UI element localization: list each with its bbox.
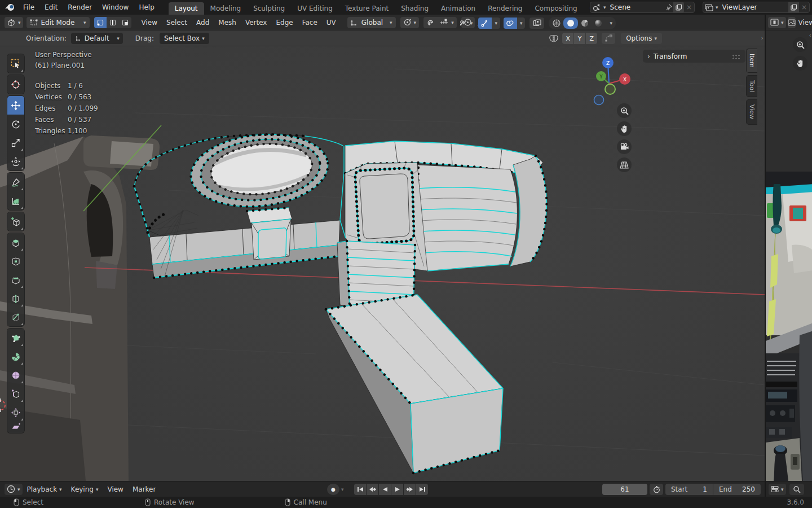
mirror-x-button[interactable]: X bbox=[562, 33, 573, 44]
tool-loop-cut[interactable] bbox=[7, 289, 24, 308]
blender-logo-icon[interactable] bbox=[5, 3, 16, 12]
gizmos-dropdown[interactable]: ▾ bbox=[492, 17, 500, 29]
panel-grip-icon[interactable] bbox=[732, 54, 741, 59]
edit-mesh-dashboard[interactable] bbox=[134, 128, 546, 473]
image-editor-menu-view[interactable]: View bbox=[796, 15, 812, 30]
workspace-tab-compositing[interactable]: Compositing bbox=[528, 2, 583, 15]
play-button[interactable] bbox=[391, 484, 403, 495]
image-datablock-button[interactable] bbox=[788, 17, 796, 28]
editor-type-properties-button[interactable]: ▾ bbox=[769, 484, 786, 495]
search-button[interactable] bbox=[789, 484, 804, 495]
auto-keying-button[interactable]: ● bbox=[327, 484, 339, 495]
menu-mesh[interactable]: Mesh bbox=[214, 15, 241, 30]
jump-to-start-button[interactable] bbox=[354, 484, 366, 495]
pan-view-button[interactable] bbox=[617, 121, 632, 136]
workspace-tab-texture-paint[interactable]: Texture Paint bbox=[339, 2, 395, 15]
menu-render[interactable]: Render bbox=[63, 0, 97, 15]
tool-move[interactable] bbox=[7, 96, 24, 115]
menu-window[interactable]: Window bbox=[97, 0, 134, 15]
tool-add-cube[interactable] bbox=[7, 212, 24, 231]
tool-cursor[interactable] bbox=[7, 75, 24, 94]
sidebar-tab-view[interactable]: View bbox=[746, 99, 757, 124]
scene-browse-button[interactable]: ▾ bbox=[590, 3, 608, 11]
current-frame-field[interactable]: 61 bbox=[602, 484, 647, 495]
sidebar-tab-tool[interactable]: Tool bbox=[746, 75, 757, 97]
orientation-default-dropdown[interactable]: Default ▾ bbox=[71, 33, 123, 44]
select-mode-face-button[interactable] bbox=[119, 17, 131, 28]
workspace-tab-animation[interactable]: Animation bbox=[435, 2, 482, 15]
viewport-canvas[interactable]: User Perspective (61) Plane.001 Objects1… bbox=[0, 46, 765, 481]
jump-to-end-button[interactable] bbox=[416, 484, 428, 495]
pin-icon[interactable] bbox=[665, 4, 672, 11]
start-frame-field[interactable]: Start1 bbox=[665, 484, 713, 495]
tool-transform[interactable] bbox=[7, 152, 24, 170]
tool-measure[interactable] bbox=[7, 191, 24, 210]
gizmos-toggle-button[interactable] bbox=[478, 17, 492, 29]
tool-rotate[interactable] bbox=[7, 115, 24, 133]
image-zoom-button[interactable] bbox=[793, 37, 807, 52]
play-reverse-button[interactable] bbox=[379, 484, 391, 495]
workspace-tab-shading[interactable]: Shading bbox=[395, 2, 435, 15]
next-keyframe-button[interactable] bbox=[404, 484, 416, 495]
camera-view-button[interactable] bbox=[617, 139, 632, 154]
xray-toggle-button[interactable] bbox=[529, 17, 544, 29]
overlays-dropdown[interactable]: ▾ bbox=[517, 17, 526, 29]
menu-uv[interactable]: UV bbox=[322, 15, 341, 30]
menu-file[interactable]: File bbox=[18, 0, 39, 15]
editor-type-image-button[interactable]: ▾ bbox=[768, 17, 786, 28]
tool-select-box[interactable] bbox=[7, 54, 24, 73]
new-scene-button[interactable] bbox=[673, 2, 684, 13]
sidebar-tab-item[interactable]: Item bbox=[746, 49, 757, 73]
options-dropdown[interactable]: Options ▾ bbox=[621, 33, 662, 44]
select-mode-edge-button[interactable] bbox=[107, 17, 119, 28]
menu-edge[interactable]: Edge bbox=[271, 15, 297, 30]
mirror-z-button[interactable]: Z bbox=[586, 33, 597, 44]
show-gizmo-visibility-dropdown[interactable]: ▾ bbox=[457, 17, 475, 29]
tool-shrink-fatten[interactable] bbox=[7, 403, 24, 422]
mode-dropdown[interactable]: Edit Mode ▾ bbox=[27, 17, 90, 28]
navigation-gizmo[interactable]: Z Y X bbox=[586, 51, 632, 107]
orthographic-toggle-button[interactable] bbox=[617, 157, 632, 172]
workspace-tab-modeling[interactable]: Modeling bbox=[204, 2, 248, 15]
timeline-menu-playback[interactable]: Playback▾ bbox=[23, 481, 67, 497]
menu-help[interactable]: Help bbox=[134, 0, 159, 15]
snap-base-button[interactable] bbox=[602, 33, 615, 44]
workspace-tab-uv-editing[interactable]: UV Editing bbox=[291, 2, 339, 15]
use-preview-range-button[interactable] bbox=[650, 484, 663, 495]
tool-extrude-region[interactable] bbox=[7, 233, 24, 252]
shading-material-button[interactable] bbox=[578, 17, 592, 29]
workspace-tab-rendering[interactable]: Rendering bbox=[482, 2, 528, 15]
editor-type-button[interactable]: ▾ bbox=[5, 17, 23, 28]
zoom-view-button[interactable] bbox=[617, 103, 632, 118]
overlays-toggle-button[interactable] bbox=[504, 17, 517, 29]
dropdown-icon[interactable]: ▾ bbox=[607, 20, 615, 26]
timeline-editor-type-button[interactable]: ▾ bbox=[5, 484, 23, 495]
tool-bevel[interactable] bbox=[7, 270, 24, 289]
workspace-tab-layout[interactable]: Layout bbox=[169, 2, 204, 15]
workspace-tab-sculpting[interactable]: Sculpting bbox=[247, 2, 291, 15]
dropdown-icon[interactable]: ▾ bbox=[341, 487, 344, 492]
tool-poly-build[interactable] bbox=[7, 329, 24, 347]
shading-wireframe-button[interactable] bbox=[550, 17, 563, 29]
new-viewlayer-button[interactable] bbox=[788, 2, 799, 13]
reference-photo-car-interior[interactable] bbox=[766, 172, 812, 481]
viewlayer-browse-button[interactable]: ▾ bbox=[703, 4, 720, 11]
prev-keyframe-button[interactable] bbox=[367, 484, 378, 495]
shading-rendered-button[interactable] bbox=[592, 17, 605, 29]
mirror-y-button[interactable]: Y bbox=[574, 33, 585, 44]
tool-scale[interactable] bbox=[7, 133, 24, 152]
timeline-menu-view[interactable]: View bbox=[103, 481, 127, 497]
menu-add[interactable]: Add bbox=[192, 15, 214, 30]
end-frame-field[interactable]: End250 bbox=[713, 484, 761, 495]
pivot-point-dropdown[interactable]: ▾ bbox=[400, 17, 420, 28]
timeline-menu-marker[interactable]: Marker bbox=[128, 481, 160, 497]
transform-orientation-dropdown[interactable]: Global ▾ bbox=[347, 17, 396, 28]
shading-solid-button[interactable] bbox=[563, 17, 578, 29]
tool-edge-slide[interactable] bbox=[7, 384, 24, 403]
tool-shear[interactable] bbox=[7, 422, 24, 433]
image-pan-button[interactable] bbox=[793, 56, 807, 71]
transform-panel-header[interactable]: › Transform bbox=[643, 50, 745, 63]
timeline-menu-keying[interactable]: Keying▾ bbox=[67, 481, 103, 497]
menu-view[interactable]: View bbox=[137, 15, 162, 30]
scene-name[interactable]: Scene bbox=[608, 3, 665, 11]
